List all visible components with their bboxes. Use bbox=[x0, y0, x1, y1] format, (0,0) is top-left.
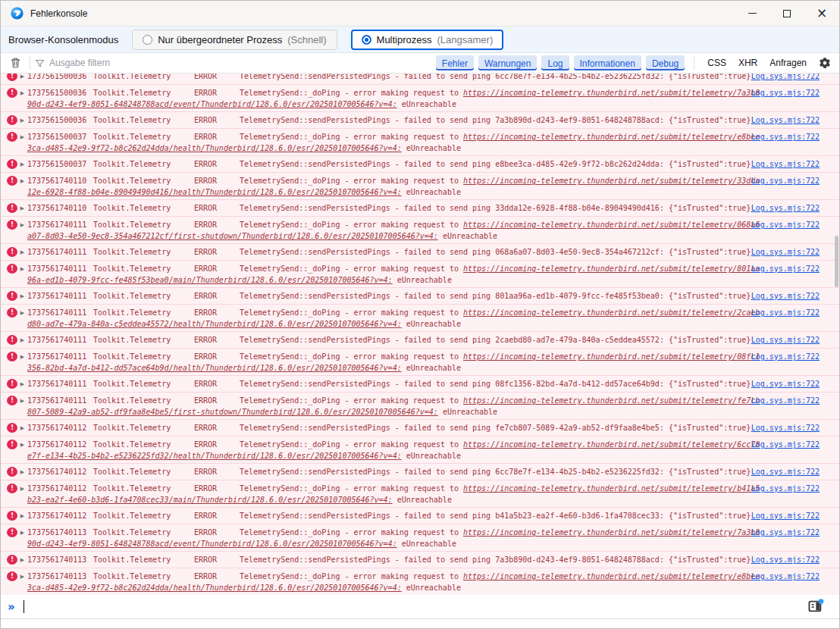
filter-output-input[interactable] bbox=[49, 58, 193, 68]
source-location-link[interactable]: Log.sys.mjs:722 bbox=[751, 554, 820, 565]
source-location-link[interactable]: Log.sys.mjs:722 bbox=[751, 466, 820, 477]
source-location-link[interactable]: Log.sys.mjs:722 bbox=[751, 527, 820, 538]
expand-arrow-icon[interactable]: ▶ bbox=[17, 307, 27, 319]
expand-arrow-icon[interactable]: ▶ bbox=[17, 202, 27, 214]
expand-arrow-icon[interactable]: ▶ bbox=[17, 87, 27, 99]
source-location-link[interactable]: Log.sys.mjs:722 bbox=[751, 378, 820, 390]
log-row[interactable]: ! ▶ 1737561740113Toolkit.TelemetryERRORT… bbox=[1, 524, 839, 552]
log-row[interactable]: ! ▶ 1737561740111Toolkit.TelemetryERRORT… bbox=[1, 217, 839, 244]
log-row[interactable]: ! ▶ 1737561500036Toolkit.TelemetryERRORT… bbox=[1, 74, 839, 85]
log-row[interactable]: ! ▶ 1737561740110Toolkit.TelemetryERRORT… bbox=[1, 200, 839, 217]
close-button[interactable]: × bbox=[804, 1, 839, 26]
minimize-button[interactable] bbox=[735, 1, 769, 26]
log-row[interactable]: ! ▶ 1737561740110Toolkit.TelemetryERRORT… bbox=[1, 173, 839, 200]
expand-arrow-icon[interactable]: ▶ bbox=[17, 158, 27, 171]
radio-parent-process-only[interactable]: Nur übergeordneter Prozess (Schnell) bbox=[132, 30, 337, 50]
log-level: ERROR bbox=[194, 527, 240, 538]
expand-arrow-icon[interactable]: ▶ bbox=[17, 351, 27, 363]
expand-arrow-icon[interactable]: ▶ bbox=[17, 483, 27, 495]
expand-arrow-icon[interactable]: ▶ bbox=[17, 422, 27, 434]
log-message: 1737561740111Toolkit.TelemetryERRORTelem… bbox=[27, 334, 760, 346]
expand-arrow-icon[interactable]: ▶ bbox=[17, 466, 27, 478]
log-row[interactable]: ! ▶ 1737561740111Toolkit.TelemetryERRORT… bbox=[1, 244, 839, 261]
expand-arrow-icon[interactable]: ▶ bbox=[17, 290, 27, 302]
log-row[interactable]: ! ▶ 1737561740112Toolkit.TelemetryERRORT… bbox=[1, 420, 839, 437]
log-row[interactable]: ! ▶ 1737561740113Toolkit.TelemetryERRORT… bbox=[1, 568, 839, 595]
log-module: Toolkit.Telemetry bbox=[93, 307, 194, 318]
log-row[interactable]: ! ▶ 1737561740112Toolkit.TelemetryERRORT… bbox=[1, 437, 839, 464]
filter-button-requests[interactable]: Anfragen bbox=[766, 55, 810, 71]
source-location-link[interactable]: Log.sys.mjs:722 bbox=[751, 175, 820, 186]
log-row[interactable]: ! ▶ 1737561500037Toolkit.TelemetryERRORT… bbox=[1, 129, 839, 156]
editor-mode-toggle-button[interactable] bbox=[806, 596, 826, 616]
log-row[interactable]: ! ▶ 1737561740111Toolkit.TelemetryERRORT… bbox=[1, 288, 839, 305]
log-message: 1737561740112Toolkit.TelemetryERRORTelem… bbox=[27, 439, 760, 462]
source-location-link[interactable]: Log.sys.mjs:722 bbox=[751, 439, 820, 450]
log-row[interactable]: ! ▶ 1737561740111Toolkit.TelemetryERRORT… bbox=[1, 393, 839, 420]
log-row[interactable]: ! ▶ 1737561500036Toolkit.TelemetryERRORT… bbox=[1, 112, 839, 129]
log-level: ERROR bbox=[194, 202, 240, 214]
log-row[interactable]: ! ▶ 1737561740111Toolkit.TelemetryERRORT… bbox=[1, 261, 839, 288]
radio-multiprocess[interactable]: Multiprozess (Langsamer) bbox=[351, 30, 504, 50]
expand-arrow-icon[interactable]: ▶ bbox=[17, 571, 27, 583]
filter-button-log[interactable]: Log bbox=[541, 55, 569, 70]
log-row[interactable]: ! ▶ 1737561740111Toolkit.TelemetryERRORT… bbox=[1, 349, 839, 376]
source-location-link[interactable]: Log.sys.mjs:722 bbox=[751, 510, 820, 521]
source-location-link[interactable]: Log.sys.mjs:722 bbox=[751, 307, 820, 318]
filter-button-xhr[interactable]: XHR bbox=[735, 55, 761, 71]
log-row[interactable]: ! ▶ 1737561500037Toolkit.TelemetryERRORT… bbox=[1, 156, 839, 173]
source-location-link[interactable]: Log.sys.mjs:722 bbox=[751, 131, 820, 142]
expand-arrow-icon[interactable]: ▶ bbox=[17, 378, 27, 390]
source-location-link[interactable]: Log.sys.mjs:722 bbox=[751, 395, 820, 406]
source-location-link[interactable]: Log.sys.mjs:722 bbox=[751, 263, 820, 274]
console-input-bar[interactable]: » bbox=[1, 595, 839, 619]
filter-button-info[interactable]: Informationen bbox=[574, 55, 641, 70]
expand-arrow-icon[interactable]: ▶ bbox=[17, 527, 27, 539]
log-module: Toolkit.Telemetry bbox=[93, 158, 194, 170]
expand-arrow-icon[interactable]: ▶ bbox=[17, 74, 27, 83]
source-location-link[interactable]: Log.sys.mjs:722 bbox=[751, 202, 820, 214]
source-location-link[interactable]: Log.sys.mjs:722 bbox=[751, 246, 820, 258]
expand-arrow-icon[interactable]: ▶ bbox=[17, 395, 27, 407]
source-location-link[interactable]: Log.sys.mjs:722 bbox=[751, 571, 820, 582]
filter-button-warnings[interactable]: Warnungen bbox=[478, 55, 538, 70]
expand-arrow-icon[interactable]: ▶ bbox=[17, 439, 27, 451]
expand-arrow-icon[interactable]: ▶ bbox=[17, 219, 27, 231]
expand-arrow-icon[interactable]: ▶ bbox=[17, 131, 27, 143]
filter-button-debug[interactable]: Debug bbox=[646, 55, 685, 70]
log-row[interactable]: ! ▶ 1737561740112Toolkit.TelemetryERRORT… bbox=[1, 508, 839, 524]
filter-button-css[interactable]: CSS bbox=[704, 55, 730, 71]
expand-arrow-icon[interactable]: ▶ bbox=[17, 263, 27, 275]
maximize-button[interactable] bbox=[769, 1, 804, 26]
log-text: TelemetrySend::_doPing - error making re… bbox=[240, 352, 463, 361]
source-location-link[interactable]: Log.sys.mjs:722 bbox=[751, 87, 820, 99]
log-message: 1737561740111Toolkit.TelemetryERRORTelem… bbox=[27, 290, 760, 302]
settings-button[interactable] bbox=[815, 54, 835, 72]
source-location-link[interactable]: Log.sys.mjs:722 bbox=[751, 290, 820, 302]
log-row[interactable]: ! ▶ 1737561740111Toolkit.TelemetryERRORT… bbox=[1, 332, 839, 349]
source-location-link[interactable]: Log.sys.mjs:722 bbox=[751, 158, 820, 170]
expand-arrow-icon[interactable]: ▶ bbox=[17, 175, 27, 187]
expand-arrow-icon[interactable]: ▶ bbox=[17, 554, 27, 566]
clear-output-button[interactable] bbox=[5, 54, 25, 72]
source-location-link[interactable]: Log.sys.mjs:722 bbox=[751, 483, 820, 494]
source-location-link[interactable]: Log.sys.mjs:722 bbox=[751, 422, 820, 433]
expand-arrow-icon[interactable]: ▶ bbox=[17, 246, 27, 258]
log-row[interactable]: ! ▶ 1737561740112Toolkit.TelemetryERRORT… bbox=[1, 464, 839, 480]
expand-arrow-icon[interactable]: ▶ bbox=[17, 334, 27, 346]
source-location-link[interactable]: Log.sys.mjs:722 bbox=[751, 219, 820, 230]
log-timestamp: 1737561740111 bbox=[27, 395, 93, 406]
log-row[interactable]: ! ▶ 1737561740113Toolkit.TelemetryERRORT… bbox=[1, 552, 839, 568]
expand-arrow-icon[interactable]: ▶ bbox=[17, 114, 27, 127]
log-row[interactable]: ! ▶ 1737561500036Toolkit.TelemetryERRORT… bbox=[1, 85, 839, 112]
log-row[interactable]: ! ▶ 1737561740111Toolkit.TelemetryERRORT… bbox=[1, 305, 839, 332]
source-location-link[interactable]: Log.sys.mjs:722 bbox=[751, 351, 820, 362]
source-location-link[interactable]: Log.sys.mjs:722 bbox=[751, 74, 820, 82]
log-row[interactable]: ! ▶ 1737561740111Toolkit.TelemetryERRORT… bbox=[1, 376, 839, 393]
source-location-link[interactable]: Log.sys.mjs:722 bbox=[751, 334, 820, 346]
source-location-link[interactable]: Log.sys.mjs:722 bbox=[751, 114, 820, 126]
log-row[interactable]: ! ▶ 1737561740112Toolkit.TelemetryERRORT… bbox=[1, 480, 839, 508]
filter-button-errors[interactable]: Fehler bbox=[436, 55, 474, 70]
vertical-scrollbar[interactable] bbox=[835, 236, 838, 287]
expand-arrow-icon[interactable]: ▶ bbox=[17, 510, 27, 522]
